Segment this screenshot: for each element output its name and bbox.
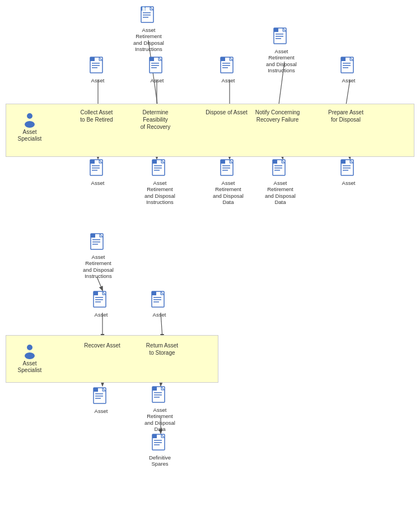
document-icon	[220, 56, 237, 76]
svg-rect-96	[95, 297, 103, 298]
svg-rect-115	[154, 394, 162, 396]
actor-label-2: AssetSpecialist	[18, 360, 42, 374]
doc-label: Asset	[91, 180, 105, 186]
svg-rect-91	[92, 242, 100, 243]
svg-rect-78	[274, 170, 280, 171]
doc-retirement-instructions-1: 📄 AssetRetirementand DisposalInstruction…	[128, 6, 170, 53]
svg-rect-105	[152, 291, 156, 295]
actor-label: Asset Specialist	[10, 129, 49, 142]
svg-rect-117	[152, 387, 157, 391]
svg-text:📄: 📄	[142, 7, 146, 11]
doc-asset-6: Asset	[330, 159, 367, 186]
svg-rect-76	[274, 165, 282, 166]
doc-label: Asset	[342, 180, 356, 186]
actor-asset-specialist-1: Asset Specialist	[10, 112, 49, 142]
diagram-canvas: Asset Specialist Collect Assetto Be Reti…	[0, 0, 420, 506]
svg-rect-84	[343, 170, 348, 171]
svg-rect-54	[343, 67, 348, 68]
svg-rect-29	[92, 65, 100, 66]
document-icon: 📄	[140, 6, 158, 26]
svg-rect-34	[151, 63, 159, 64]
svg-rect-58	[92, 165, 100, 166]
document-icon	[340, 159, 358, 179]
svg-rect-23	[143, 17, 148, 18]
doc-asset-9: Asset	[83, 387, 119, 414]
svg-point-86	[27, 345, 32, 350]
doc-definitive-spares: DefinitiveSpares	[139, 433, 181, 467]
svg-rect-28	[92, 63, 100, 64]
svg-rect-93	[91, 234, 95, 238]
document-icon	[340, 56, 358, 76]
doc-asset-3: Asset	[210, 56, 246, 83]
svg-rect-59	[92, 168, 100, 169]
doc-asset-1: Asset	[80, 56, 116, 83]
task-notify-recovery-failure: Notify ConcerningRecovery Failure	[254, 108, 301, 123]
svg-rect-85	[341, 160, 346, 164]
task-dispose-asset: Dispose of Asset	[203, 108, 250, 116]
doc-label: AssetRetirementand DisposalData	[265, 180, 296, 206]
svg-rect-103	[153, 299, 161, 300]
document-icon	[151, 433, 169, 453]
doc-label: Asset	[153, 312, 166, 318]
doc-label: Asset	[151, 77, 164, 83]
svg-rect-104	[153, 301, 159, 303]
svg-rect-79	[273, 160, 277, 164]
document-icon	[90, 233, 108, 253]
doc-label: DefinitiveSpares	[149, 454, 171, 467]
svg-rect-71	[222, 168, 230, 169]
svg-rect-61	[90, 160, 95, 164]
svg-rect-120	[154, 440, 162, 441]
doc-retirement-instructions-3: AssetRetirementand DisposalInstructions	[139, 159, 181, 206]
doc-retirement-data-3: AssetRetirementand DisposalData	[139, 386, 181, 433]
svg-rect-52	[343, 63, 351, 64]
svg-rect-111	[94, 388, 98, 392]
doc-label: AssetRetirementand DisposalInstructions	[83, 254, 114, 280]
task-prepare-asset-disposal: Prepare Assetfor Disposal	[322, 108, 370, 123]
svg-point-87	[25, 352, 35, 359]
svg-rect-30	[92, 67, 97, 68]
svg-rect-66	[154, 170, 160, 171]
svg-rect-40	[222, 63, 230, 64]
document-icon	[89, 56, 107, 76]
doc-label: AssetRetirementand DisposalInstructions	[144, 180, 175, 206]
svg-rect-108	[95, 393, 103, 394]
task-determine-feasibility: Determine Feasibilityof Recovery	[132, 108, 179, 131]
svg-rect-42	[222, 67, 228, 68]
document-icon	[92, 387, 110, 407]
svg-rect-77	[274, 168, 282, 169]
document-icon	[151, 386, 169, 406]
svg-rect-90	[92, 239, 100, 240]
svg-rect-82	[343, 165, 351, 166]
doc-label: AssetRetirementand DisposalInstructions	[266, 48, 297, 74]
document-icon	[151, 159, 169, 179]
document-icon	[272, 159, 290, 179]
svg-rect-83	[343, 168, 351, 169]
doc-asset-4: Asset	[330, 56, 367, 83]
svg-rect-41	[222, 65, 230, 66]
task-return-asset-storage: Return Assetto Storage	[138, 341, 186, 356]
svg-rect-31	[90, 57, 95, 61]
document-icon	[151, 290, 169, 310]
svg-rect-48	[276, 38, 281, 39]
svg-rect-49	[274, 28, 278, 32]
svg-rect-22	[143, 15, 151, 16]
svg-rect-110	[95, 398, 101, 399]
svg-rect-92	[92, 244, 98, 245]
svg-rect-35	[151, 65, 159, 66]
svg-point-17	[27, 113, 32, 119]
svg-rect-46	[276, 34, 283, 35]
svg-rect-55	[341, 57, 346, 61]
task-recover-asset: Recover Asset	[78, 341, 126, 349]
doc-label: Asset	[222, 77, 235, 83]
svg-rect-116	[154, 397, 160, 398]
svg-rect-47	[276, 36, 283, 37]
svg-rect-102	[153, 297, 161, 298]
svg-rect-99	[94, 291, 98, 295]
doc-label: Asset	[342, 77, 356, 83]
doc-label: Asset	[95, 312, 108, 318]
doc-label: AssetRetirementand DisposalData	[213, 180, 244, 206]
doc-asset-5: Asset	[80, 159, 116, 186]
svg-rect-21	[143, 12, 151, 13]
svg-rect-53	[343, 65, 351, 66]
svg-rect-70	[222, 165, 230, 166]
